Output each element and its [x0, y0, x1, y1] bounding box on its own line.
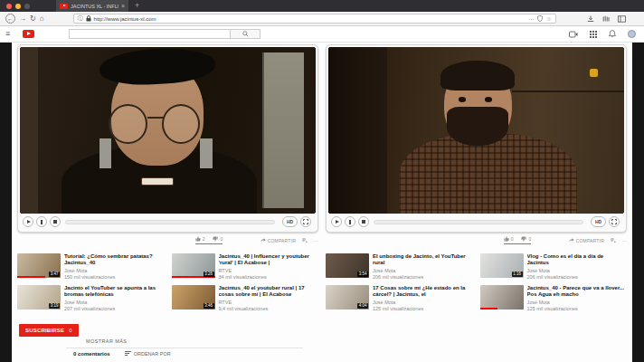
stop-button[interactable] — [358, 216, 369, 227]
volume-button[interactable] — [345, 216, 355, 227]
dislike-button[interactable]: 0 — [521, 236, 531, 242]
reload-button[interactable]: ↻ — [30, 15, 36, 23]
video-screen-left[interactable] — [20, 47, 316, 214]
video-title[interactable]: Jacintus_40 el youtuber rural | 17 cosas… — [219, 285, 319, 298]
window-minimize-button[interactable] — [15, 4, 21, 9]
video-thumbnail[interactable]: 4:04 — [326, 285, 369, 310]
video-thumbnail[interactable]: 3:19 — [17, 285, 61, 310]
sort-icon — [125, 351, 131, 357]
search-input[interactable] — [69, 29, 230, 39]
channel-name[interactable]: RTVE — [219, 268, 319, 273]
browser-tab[interactable]: JACINTUS XL - INFLUENCER... × — [56, 0, 128, 12]
video-list-item[interactable]: 3:47 Tutorial: ¿Cómo sembrar patatas? Ja… — [17, 253, 165, 280]
search-button[interactable] — [230, 29, 260, 39]
like-button[interactable]: 0 — [504, 236, 514, 242]
save-playlist-icon[interactable] — [302, 238, 308, 243]
video-list-item[interactable]: Jacintus_40 - Parece que va a llover... … — [480, 285, 628, 311]
page-actions-icon[interactable]: ⋯ — [528, 15, 534, 22]
hd-quality-button[interactable]: HD — [282, 216, 298, 227]
like-button[interactable]: 2 — [195, 236, 205, 242]
video-list-item[interactable]: 3:54 El unboxing de Jacinto, el YouTuber… — [326, 253, 473, 280]
save-playlist-icon[interactable] — [611, 238, 616, 243]
fullscreen-button[interactable] — [609, 216, 620, 227]
video-list-item[interactable]: 3:19 Jacinto el YouTuber se apunta a las… — [17, 285, 165, 311]
thumbs-down-icon — [521, 236, 526, 242]
video-thumbnail[interactable]: 3:26 — [172, 253, 215, 278]
play-button[interactable] — [331, 216, 342, 227]
fullscreen-icon — [611, 219, 617, 224]
video-screen-right[interactable] — [328, 47, 624, 214]
view-count: 206 mil visualizaciones — [373, 274, 473, 280]
page-info-icon[interactable]: ⓘ — [78, 14, 83, 23]
video-thumbnail[interactable]: 1:16 — [480, 253, 524, 278]
channel-name[interactable]: José Mota — [64, 268, 165, 273]
channel-name[interactable]: José Mota — [527, 268, 628, 273]
video-list-item[interactable]: 3:26 Jacintus_40 | Influencer y youtuber… — [172, 253, 319, 280]
menu-icon[interactable]: ≡ — [5, 30, 10, 38]
share-button[interactable]: COMPARTIR — [260, 238, 296, 243]
lock-icon — [86, 15, 91, 22]
duration-badge: 4:04 — [357, 303, 368, 309]
channel-name[interactable]: José Mota — [527, 300, 628, 305]
seek-bar[interactable] — [65, 220, 275, 224]
channel-name[interactable]: José Mota — [373, 268, 473, 273]
home-button[interactable]: ⌂ — [40, 15, 44, 23]
dislike-button[interactable]: 0 — [213, 236, 223, 242]
more-actions-icon[interactable]: ⋯ — [622, 238, 627, 243]
video-title[interactable]: 17 Cosas sobre mí ¿He estado en la cárce… — [373, 285, 473, 298]
notifications-bell-icon[interactable] — [609, 30, 616, 38]
video-thumbnail[interactable]: 3:47 — [17, 253, 61, 278]
video-title[interactable]: Vlog - Como es el día a día de Jacintus — [527, 253, 628, 266]
video-list-item[interactable]: 3:46 Jacintus_40 el youtuber rural | 17 … — [172, 285, 319, 311]
video-title[interactable]: Jacintus_40 | Influencer y youtuber 'rur… — [219, 253, 319, 266]
new-tab-button[interactable]: + — [135, 2, 139, 10]
play-button[interactable] — [23, 216, 33, 227]
video-title[interactable]: Tutorial: ¿Cómo sembrar patatas? Jacintu… — [64, 253, 165, 266]
library-icon[interactable] — [602, 15, 610, 23]
back-button[interactable]: ← — [5, 14, 15, 24]
seek-bar[interactable] — [374, 220, 583, 224]
stop-button[interactable] — [50, 216, 61, 227]
fullscreen-button[interactable] — [300, 216, 311, 227]
sort-comments-button[interactable]: ORDENAR POR — [125, 351, 171, 357]
downloads-icon[interactable] — [587, 15, 594, 23]
sidebar-icon[interactable] — [618, 15, 626, 23]
video-list-item[interactable]: 1:16 Vlog - Como es el día a día de Jaci… — [480, 253, 628, 280]
more-actions-icon[interactable]: ⋯ — [314, 238, 318, 243]
site-logo[interactable] — [23, 30, 34, 38]
bookmark-star-icon[interactable]: ☆ — [546, 15, 551, 22]
channel-name[interactable]: José Mota — [64, 300, 165, 305]
duration-badge: 1:16 — [512, 272, 523, 277]
url-text: http://www.jacintus-xl.com — [94, 16, 156, 22]
sort-label: ORDENAR POR — [134, 351, 171, 357]
site-header: ≡ — [0, 26, 644, 43]
address-bar[interactable]: ⓘ http://www.jacintus-xl.com ⋯ ☆ — [73, 14, 556, 24]
video-title[interactable]: El unboxing de Jacinto, el YouTuber rura… — [373, 253, 473, 266]
video-title[interactable]: Jacintus_40 - Parece que va a llover... … — [527, 285, 628, 298]
tab-close-icon[interactable]: × — [121, 3, 125, 9]
show-more-button[interactable]: MOSTRAR MÁS — [86, 338, 127, 344]
share-button[interactable]: COMPARTIR — [569, 238, 604, 243]
account-avatar[interactable] — [628, 30, 636, 38]
video-list-item[interactable]: 4:04 17 Cosas sobre mí ¿He estado en la … — [326, 285, 473, 311]
window-close-button[interactable] — [6, 4, 12, 9]
hd-quality-button[interactable]: HD — [591, 216, 606, 227]
window-zoom-button[interactable] — [24, 4, 30, 9]
video-thumbnail[interactable]: 3:54 — [326, 253, 369, 278]
video-thumbnail[interactable] — [480, 285, 524, 310]
volume-button[interactable] — [36, 216, 47, 227]
subscriber-count: 0 — [69, 328, 72, 333]
channel-name[interactable]: RTVE — [219, 300, 319, 305]
tab-title: JACINTUS XL - INFLUENCER... — [71, 4, 118, 9]
duration-badge: 3:19 — [49, 303, 60, 309]
video-thumbnail[interactable]: 3:46 — [172, 285, 215, 310]
channel-name[interactable]: José Mota — [373, 300, 473, 305]
scene-shape — [512, 90, 624, 92]
forward-button[interactable]: → — [19, 15, 26, 23]
share-arrow-icon — [260, 238, 266, 243]
subscribe-button[interactable]: SUSCRIBIRSE 0 — [19, 324, 79, 337]
video-title[interactable]: Jacinto el YouTuber se apunta a las brom… — [64, 285, 165, 298]
apps-grid-icon[interactable] — [590, 31, 597, 38]
upload-video-icon[interactable] — [569, 31, 578, 38]
tracking-shield-icon[interactable] — [537, 15, 543, 22]
